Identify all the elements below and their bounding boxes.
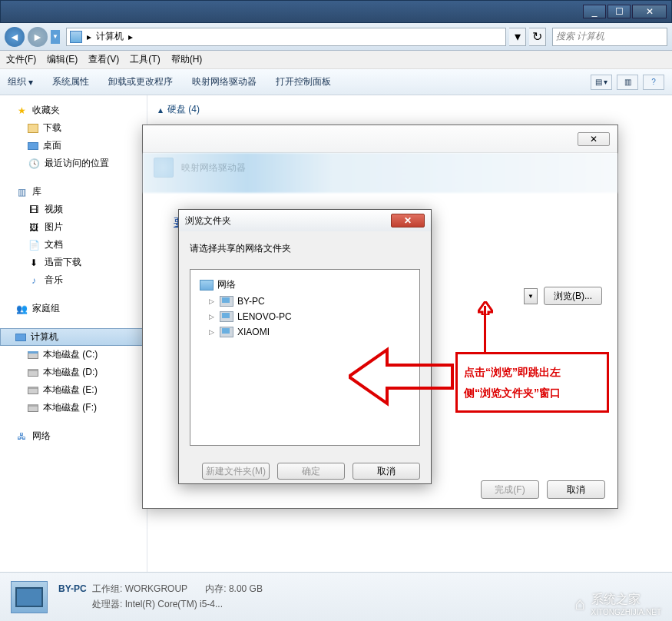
sidebar-computer[interactable]: 计算机	[0, 328, 147, 346]
sidebar-item-drive-d[interactable]: 本地磁盘 (D:)	[0, 364, 147, 381]
status-info: BY-PC 工作组: WORKGROUP 内存: 8.00 GB 处理器: In…	[58, 583, 263, 611]
organize-button[interactable]: 组织 ▾	[8, 75, 35, 88]
recent-icon: 🕓	[28, 158, 40, 170]
dialog-close-button[interactable]: ✕	[391, 214, 425, 227]
computer-icon	[70, 31, 82, 43]
navigation-bar: ◄ ► ▼ ▸ 计算机 ▸ ▾ ↻ 搜索 计算机	[0, 23, 672, 51]
status-bar: BY-PC 工作组: WORKGROUP 内存: 8.00 GB 处理器: In…	[0, 572, 672, 621]
document-icon: 📄	[28, 239, 40, 251]
ok-button[interactable]: 确定	[277, 463, 345, 480]
menu-tools[interactable]: 工具(T)	[130, 53, 160, 66]
window-titlebar: _ ☐ ✕	[0, 0, 672, 23]
sidebar-item-videos[interactable]: 🎞视频	[0, 201, 147, 218]
picture-icon: 🖼	[28, 221, 40, 234]
dialog-titlebar: 浏览文件夹 ✕	[179, 210, 431, 231]
sidebar-favorites[interactable]: ★收藏夹	[0, 101, 147, 119]
star-icon: ★	[15, 105, 28, 117]
search-input[interactable]: 搜索 计算机	[552, 28, 667, 46]
network-icon	[200, 280, 214, 291]
sidebar-item-drive-f[interactable]: 本地磁盘 (F:)	[0, 399, 147, 417]
maximize-button[interactable]: ☐	[607, 5, 631, 18]
folder-tree[interactable]: 网络 ▷ BY-PC ▷ LENOVO-PC ▷ XIAOMI	[190, 269, 420, 446]
pc-name: BY-PC	[58, 583, 87, 594]
wizard-blur-strip	[143, 153, 617, 193]
sidebar-item-drive-e[interactable]: 本地磁盘 (E:)	[0, 381, 147, 399]
sidebar-item-thunder[interactable]: ⬇迅雷下载	[0, 254, 147, 271]
computer-large-icon	[11, 581, 48, 613]
dialog-prompt: 请选择共享的网络文件夹	[190, 242, 420, 255]
address-bar[interactable]: ▸ 计算机 ▸	[66, 28, 506, 46]
sidebar-item-recent[interactable]: 🕓最近访问的位置	[0, 154, 147, 172]
tree-item-xiaomi[interactable]: ▷ XIAOMI	[197, 324, 413, 340]
breadcrumb-sep: ▸	[128, 32, 133, 42]
music-icon: ♪	[28, 274, 40, 287]
annotation-line	[484, 306, 486, 352]
sidebar-network[interactable]: 🖧网络	[0, 427, 147, 445]
expand-icon[interactable]: ▷	[209, 313, 216, 320]
forward-button[interactable]: ►	[28, 27, 48, 47]
annotation-text: 点击“浏览”即跳出左 侧“浏览文件夹”窗口	[455, 352, 609, 413]
tree-item-bypc[interactable]: ▷ BY-PC	[197, 294, 413, 309]
thunder-icon: ⬇	[28, 257, 40, 269]
wizard-titlebar: ✕	[143, 125, 617, 153]
hdd-section-header[interactable]: ▴ 硬盘 (4)	[158, 103, 661, 116]
breadcrumb-sep: ▸	[87, 32, 91, 42]
drive-icon	[28, 369, 38, 377]
sidebar-item-documents[interactable]: 📄文档	[0, 236, 147, 254]
menu-help[interactable]: 帮助(H)	[171, 53, 203, 66]
preview-pane-button[interactable]: ▥	[617, 75, 638, 90]
browse-button[interactable]: 浏览(B)...	[544, 287, 602, 305]
dialog-cancel-button[interactable]: 取消	[353, 463, 420, 480]
sidebar-libraries[interactable]: ▥库	[0, 183, 147, 201]
wizard-close-button[interactable]: ✕	[578, 132, 610, 146]
navigation-pane: ★收藏夹 下载 桌面 🕓最近访问的位置 ▥库 🎞视频 🖼图片 📄文档 ⬇迅雷下载…	[0, 95, 147, 572]
menu-view[interactable]: 查看(V)	[88, 53, 119, 66]
close-button[interactable]: ✕	[632, 5, 667, 18]
toolbar: 组织 ▾ 系统属性 卸载或更改程序 映射网络驱动器 打开控制面板 ▤ ▾ ▥ ?	[0, 69, 672, 95]
map-drive-button[interactable]: 映射网络驱动器	[192, 75, 259, 88]
drive-letter-dropdown[interactable]: ▼	[524, 288, 538, 304]
minimize-button[interactable]: _	[583, 5, 606, 18]
drive-icon	[28, 387, 38, 394]
browse-folder-dialog: 浏览文件夹 ✕ 请选择共享的网络文件夹 网络 ▷ BY-PC ▷ LENOVO-…	[178, 209, 432, 484]
pc-icon	[220, 327, 233, 337]
system-properties-button[interactable]: 系统属性	[52, 75, 91, 88]
view-options-button[interactable]: ▤ ▾	[591, 75, 612, 90]
sidebar-homegroup[interactable]: 👥家庭组	[0, 300, 147, 317]
expand-icon[interactable]: ▷	[209, 297, 216, 305]
pc-icon	[220, 296, 233, 307]
refresh-button[interactable]: ↻	[529, 28, 546, 46]
tree-root-network[interactable]: 网络	[197, 276, 413, 294]
finish-button[interactable]: 完成(F)	[481, 480, 539, 499]
history-dropdown[interactable]: ▼	[51, 30, 60, 44]
dialog-title: 浏览文件夹	[185, 214, 231, 227]
sidebar-item-desktop[interactable]: 桌面	[0, 137, 147, 154]
sidebar-item-downloads[interactable]: 下载	[0, 119, 147, 137]
breadcrumb-computer[interactable]: 计算机	[96, 30, 124, 43]
tree-item-lenovo[interactable]: ▷ LENOVO-PC	[197, 309, 413, 324]
back-button[interactable]: ◄	[5, 27, 25, 47]
expand-icon[interactable]: ▷	[209, 328, 216, 336]
sidebar-item-drive-c[interactable]: 本地磁盘 (C:)	[0, 346, 147, 364]
folder-icon	[28, 124, 38, 133]
drive-icon	[28, 351, 38, 359]
cancel-button[interactable]: 取消	[547, 480, 605, 499]
help-button[interactable]: ?	[643, 75, 664, 90]
video-icon: 🎞	[28, 204, 40, 216]
sidebar-item-music[interactable]: ♪音乐	[0, 271, 147, 289]
desktop-icon	[28, 142, 38, 150]
drive-icon	[28, 404, 38, 412]
network-icon: 🖧	[15, 430, 28, 443]
control-panel-button[interactable]: 打开控制面板	[276, 75, 333, 88]
watermark: ⌂ 系统之家XITONGZHIJIA.NET	[574, 592, 661, 616]
address-dropdown[interactable]: ▾	[509, 28, 526, 46]
menu-edit[interactable]: 编辑(E)	[47, 53, 78, 66]
uninstall-button[interactable]: 卸载或更改程序	[108, 75, 175, 88]
pc-icon	[220, 311, 233, 322]
menu-file[interactable]: 文件(F)	[6, 53, 36, 66]
sidebar-item-pictures[interactable]: 🖼图片	[0, 218, 147, 236]
homegroup-icon: 👥	[15, 303, 28, 315]
library-icon: ▥	[15, 186, 28, 198]
new-folder-button[interactable]: 新建文件夹(M)	[202, 463, 270, 480]
computer-icon	[15, 334, 26, 341]
